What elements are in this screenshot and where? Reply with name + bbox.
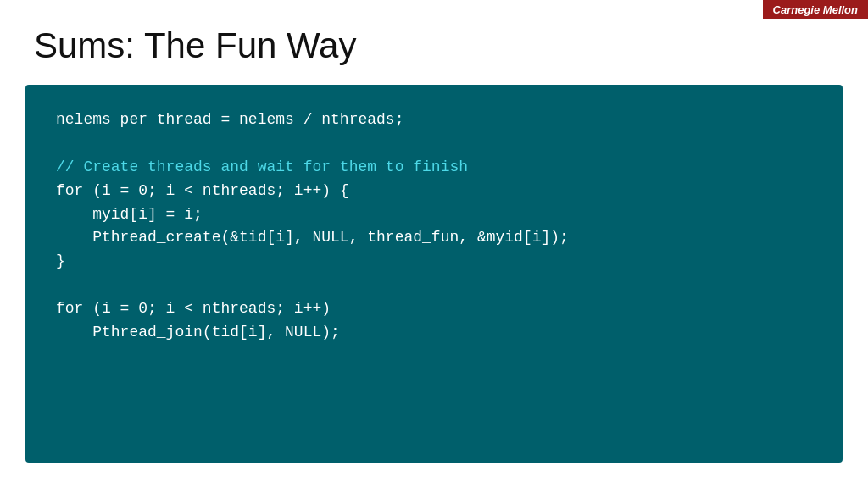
slide-title: Sums: The Fun Way	[34, 25, 356, 66]
code-block: nelems_per_thread = nelems / nthreads; /…	[56, 108, 812, 345]
code-line-5: Pthread_create(&tid[i], NULL, thread_fun…	[56, 226, 812, 250]
code-line-3: for (i = 0; i < nthreads; i++) {	[56, 180, 812, 203]
code-container: nelems_per_thread = nelems / nthreads; /…	[25, 85, 843, 463]
code-line-8: Pthread_join(tid[i], NULL);	[56, 321, 812, 345]
code-line-6: }	[56, 250, 812, 274]
code-comment-1: // Create threads and wait for them to f…	[56, 156, 812, 180]
code-blank-2	[56, 274, 812, 297]
code-line-1: nelems_per_thread = nelems / nthreads;	[56, 108, 812, 132]
code-line-7: for (i = 0; i < nthreads; i++)	[56, 297, 812, 321]
code-line-4: myid[i] = i;	[56, 203, 812, 227]
cmu-header-label: Carnegie Mellon	[763, 0, 868, 19]
code-blank-1	[56, 132, 812, 156]
